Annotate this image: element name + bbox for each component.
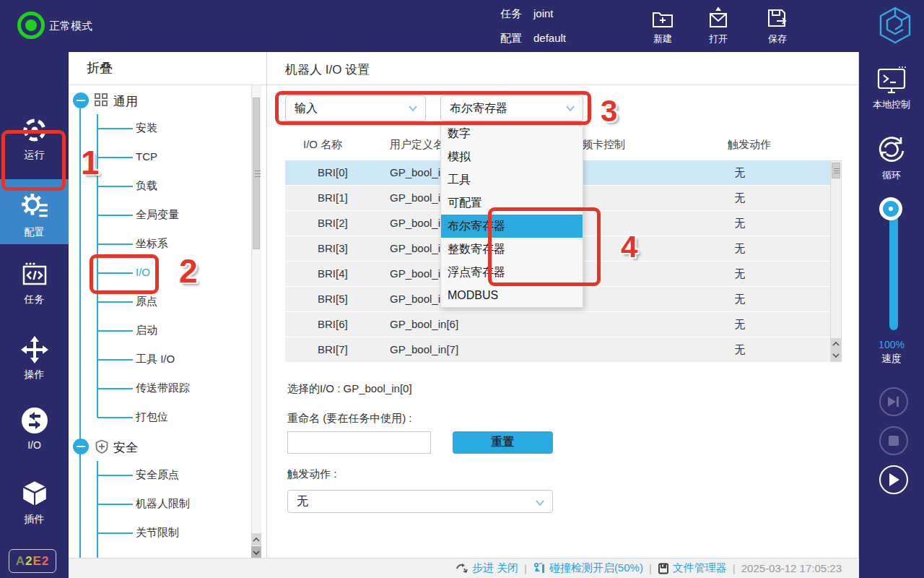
save-button[interactable]: 保存 <box>754 7 801 46</box>
collapse-minus-icon[interactable] <box>73 439 89 454</box>
io-type-select[interactable]: 布尔寄存器 <box>440 95 583 121</box>
tree-child-item[interactable]: 坐标系 <box>69 230 249 259</box>
collapse-header[interactable]: 折叠 <box>87 59 113 77</box>
play-button[interactable] <box>879 465 908 494</box>
dropdown-option[interactable]: 工具 <box>441 168 583 191</box>
tree-child-label: 全局变量 <box>136 208 179 222</box>
sidebar-item-jog[interactable]: 操作 <box>0 335 69 381</box>
tree-child-item[interactable]: 传送带跟踪 <box>69 374 249 403</box>
collapse-minus-icon[interactable] <box>73 92 89 108</box>
tree-child-item[interactable]: 负载 <box>69 172 249 201</box>
task-value: joint <box>533 7 554 20</box>
gear-icon <box>0 191 69 222</box>
io-type-dropdown-list: 数字模拟工具可配置布尔寄存器整数寄存器浮点寄存器MODBUS <box>440 121 583 308</box>
io-direction-value: 输入 <box>295 101 318 116</box>
table-scrollbar[interactable] <box>830 160 842 362</box>
trigger-cell: 无 <box>711 267 769 281</box>
io-name-cell: BRI[6] <box>318 318 348 330</box>
table-scroll-up-button[interactable] <box>831 338 841 350</box>
tree-node-general[interactable]: 通用 <box>69 86 249 115</box>
version-badge: A2E2 <box>9 549 56 573</box>
tree-child-item[interactable]: 全局变量 <box>69 201 249 230</box>
trigger-cell: 无 <box>711 318 769 332</box>
dropdown-option[interactable]: 整数寄存器 <box>441 238 583 261</box>
config-label: 配置 <box>500 32 522 44</box>
step-mode-status[interactable]: 步进 关闭 <box>456 561 518 575</box>
reset-button[interactable]: 重置 <box>453 431 553 454</box>
sidebar-item-jog-label: 操作 <box>0 368 69 381</box>
tree-child-item[interactable]: 关节限制 <box>69 519 249 548</box>
io-name-cell: BRI[4] <box>318 267 348 280</box>
io-name-cell: BRI[0] <box>318 166 348 178</box>
dropdown-option[interactable]: MODBUS <box>441 284 583 307</box>
col-header-io-name: I/O 名称 <box>303 138 342 152</box>
sidebar-item-io-label: I/O <box>0 439 69 451</box>
trigger-cell: 无 <box>711 293 769 306</box>
tree-child-item[interactable]: 安装 <box>69 114 249 143</box>
open-button[interactable]: 打开 <box>695 7 741 46</box>
speed-label: 速度 <box>859 353 924 366</box>
tree-child-item[interactable]: 安全原点 <box>69 461 249 490</box>
sidebar-item-plugin[interactable]: 插件 <box>0 478 69 526</box>
tree-child-item[interactable]: 原点 <box>69 288 249 316</box>
tree-child-item[interactable]: 启动 <box>69 316 249 345</box>
sidebar-item-task[interactable]: 任务 <box>0 260 69 306</box>
tree-child-label: 原点 <box>136 295 157 309</box>
trigger-cell: 无 <box>711 166 769 180</box>
tree-scroll-down-button[interactable] <box>251 546 261 558</box>
tree-node-safety[interactable]: 安全 <box>69 432 249 461</box>
tree-child-label: 机器人限制 <box>136 497 190 511</box>
divider <box>69 85 267 85</box>
sidebar-item-config[interactable]: 配置 <box>0 179 69 244</box>
sidebar-item-io[interactable]: I/O <box>0 406 69 451</box>
tree-child-item[interactable]: TCP <box>69 143 249 172</box>
app-root: 正常模式 任务joint 配置default 新建 打开 保存 <box>0 0 924 578</box>
table-scrollbar-thumb[interactable] <box>832 163 840 178</box>
table-row[interactable]: BRI[6] GP_bool_in[6] 无 <box>285 312 830 337</box>
tree-child-item[interactable]: 机器人限制 <box>69 490 249 519</box>
tree-child-label: 安全原点 <box>136 468 179 482</box>
tree-child-item[interactable]: 打包位 <box>69 403 249 432</box>
collision-status[interactable]: 碰撞检测开启(50%) <box>533 561 643 575</box>
top-bar: 正常模式 任务joint 配置default 新建 打开 保存 <box>0 0 924 52</box>
io-name-cell: BRI[1] <box>318 191 348 204</box>
left-sidebar: 运行 配置 任务 操作 I/O 插件 A2E2 <box>0 52 69 578</box>
code-window-icon <box>0 260 69 289</box>
dropdown-option[interactable]: 浮点寄存器 <box>441 261 583 284</box>
table-row[interactable]: BRI[7] GP_bool_in[7] 无 <box>285 337 830 362</box>
local-control-button[interactable]: 本地控制 <box>859 65 924 111</box>
new-button[interactable]: 新建 <box>640 7 686 46</box>
loop-button[interactable]: 循环 <box>859 133 924 182</box>
sidebar-item-run-label: 运行 <box>0 149 69 162</box>
trigger-action-select[interactable]: 无 <box>287 490 553 513</box>
save-icon <box>754 7 801 30</box>
config-tree-panel: 折叠 通用 安装 TCP 负载 全局变量 坐标系 I/O 原点 启动 工具 I/… <box>69 52 267 558</box>
dropdown-option[interactable]: 布尔寄存器 <box>441 215 583 238</box>
trigger-cell: 无 <box>711 343 769 357</box>
tree-child-item[interactable]: 工具 I/O <box>69 345 249 374</box>
loop-icon <box>859 133 924 166</box>
step-next-button[interactable] <box>879 387 908 416</box>
dropdown-option[interactable]: 数字 <box>441 122 583 145</box>
speed-slider-track[interactable] <box>889 206 898 330</box>
dropdown-option[interactable]: 可配置 <box>441 191 583 215</box>
io-direction-select[interactable]: 输入 <box>285 95 426 121</box>
open-button-label: 打开 <box>695 33 741 46</box>
stop-button[interactable] <box>879 426 908 455</box>
file-manager-button[interactable]: 文件管理器 <box>658 561 727 575</box>
speed-slider-knob[interactable] <box>883 201 899 217</box>
rename-input[interactable] <box>287 431 431 454</box>
table-scroll-down-button[interactable] <box>831 350 841 361</box>
trigger-cell: 无 <box>711 217 769 230</box>
tree-scroll-up-button[interactable] <box>251 533 261 545</box>
open-file-icon <box>695 7 741 30</box>
tree-child-label: 坐标系 <box>136 237 168 251</box>
tree-scrollbar[interactable] <box>251 85 261 558</box>
sidebar-item-plugin-label: 插件 <box>0 513 69 526</box>
dropdown-option[interactable]: 模拟 <box>441 145 583 168</box>
collision-label: 碰撞检测开启(50%) <box>549 561 643 575</box>
io-name-cell: BRI[7] <box>318 343 348 355</box>
tree-scrollbar-thumb[interactable] <box>253 98 260 249</box>
sidebar-item-run[interactable]: 运行 <box>0 116 69 162</box>
tree-child-item[interactable]: I/O <box>69 259 249 288</box>
